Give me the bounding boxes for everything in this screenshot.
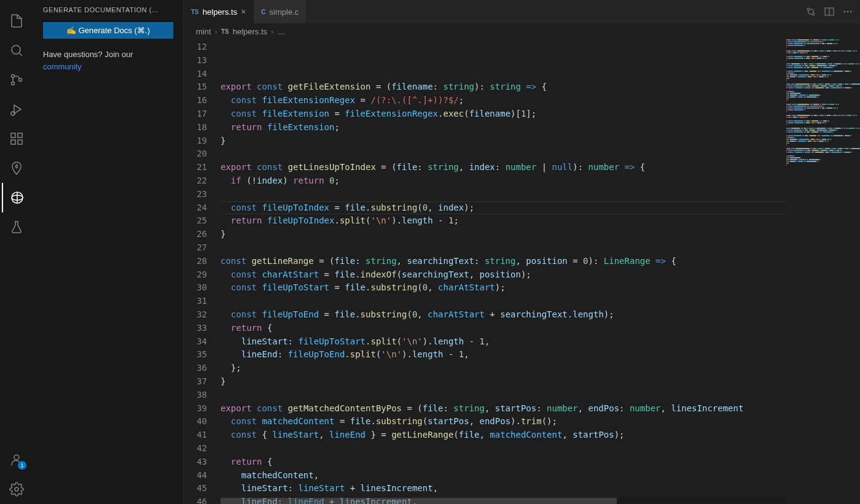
- settings-gear-icon[interactable]: [2, 475, 31, 504]
- line-number: 32: [184, 308, 207, 322]
- generate-docs-button[interactable]: ✍️ Generate Docs (⌘.): [43, 22, 173, 39]
- code-line[interactable]: [221, 147, 786, 161]
- svg-point-2: [12, 82, 15, 85]
- more-actions-icon[interactable]: [843, 7, 853, 17]
- editor-body[interactable]: 1213141516171819202122232425262728293031…: [184, 39, 860, 504]
- env-icon[interactable]: [2, 153, 31, 183]
- svg-point-18: [847, 11, 848, 12]
- code-line[interactable]: const matchedContent = file.substring(st…: [221, 415, 786, 428]
- line-number: 36: [184, 362, 207, 375]
- close-icon[interactable]: ×: [241, 7, 246, 17]
- code-line[interactable]: matchedContent,: [221, 469, 786, 483]
- code-line[interactable]: return {: [221, 456, 786, 469]
- line-number: 13: [184, 54, 207, 68]
- code-line[interactable]: [221, 188, 786, 201]
- breadcrumb-lang: TS: [221, 28, 229, 35]
- line-number: 18: [184, 121, 207, 134]
- line-number: 15: [184, 80, 207, 94]
- breadcrumbs[interactable]: mint › TS helpers.ts › …: [184, 23, 860, 39]
- code-line[interactable]: const fileUpToStart = file.substring(0, …: [221, 281, 786, 295]
- line-number: 43: [184, 456, 207, 469]
- line-number: 39: [184, 402, 207, 416]
- source-control-icon[interactable]: [2, 65, 31, 95]
- run-debug-icon[interactable]: [2, 95, 31, 124]
- extensions-icon[interactable]: [2, 124, 31, 153]
- code-line[interactable]: const { lineStart, lineEnd } = getLineRa…: [221, 428, 786, 442]
- code-line[interactable]: [221, 295, 786, 308]
- line-number: 27: [184, 241, 207, 255]
- tab-label: simple.c: [270, 7, 299, 17]
- code-line[interactable]: };: [221, 362, 786, 375]
- code-line[interactable]: const charAtStart = file.indexOf(searchi…: [221, 268, 786, 282]
- line-number: 44: [184, 469, 207, 483]
- code-line[interactable]: lineEnd: fileUpToEnd.split('\n').length …: [221, 348, 786, 362]
- search-icon[interactable]: [2, 36, 31, 65]
- sidebar: GENERATE DOCUMENTATION (… ✍️ Generate Do…: [33, 0, 184, 504]
- tab-actions: [806, 0, 860, 23]
- code-line[interactable]: export const getMatchedContentByPos = (f…: [221, 402, 786, 416]
- line-number: 21: [184, 161, 207, 174]
- code-content[interactable]: export const getFileExtension = (filenam…: [221, 39, 786, 504]
- line-number: 28: [184, 255, 207, 268]
- line-gutter: 1213141516171819202122232425262728293031…: [184, 39, 221, 504]
- lang-badge: TS: [191, 9, 199, 15]
- code-line[interactable]: [221, 241, 786, 255]
- code-line[interactable]: return {: [221, 322, 786, 335]
- code-line[interactable]: }: [221, 134, 786, 148]
- svg-point-13: [807, 8, 810, 10]
- code-line[interactable]: return fileUpToIndex.split('\n').length …: [221, 214, 786, 228]
- line-number: 23: [184, 188, 207, 201]
- editor-area: TShelpers.ts×Csimple.c mint › TS helpers…: [184, 0, 860, 504]
- code-line[interactable]: export const getLinesUpToIndex = (file: …: [221, 161, 786, 174]
- breadcrumb-folder[interactable]: mint: [196, 27, 211, 36]
- line-number: 29: [184, 268, 207, 282]
- code-line[interactable]: const fileExtension = fileExtensionRegex…: [221, 107, 786, 121]
- lang-badge: C: [261, 9, 265, 15]
- accounts-badge: 1: [18, 461, 26, 470]
- split-editor-icon[interactable]: [824, 7, 834, 17]
- breadcrumb-file[interactable]: helpers.ts: [233, 27, 267, 36]
- line-number: 25: [184, 214, 207, 228]
- community-link[interactable]: community: [43, 62, 82, 71]
- explorer-icon[interactable]: [2, 6, 31, 36]
- code-line[interactable]: if (!index) return 0;: [221, 174, 786, 188]
- code-line[interactable]: const fileUpToIndex = file.substring(0, …: [221, 201, 786, 215]
- sidebar-help-text: Have questions? Join our community: [43, 48, 173, 72]
- line-number: 22: [184, 174, 207, 188]
- code-line[interactable]: export const getFileExtension = (filenam…: [221, 80, 786, 94]
- tabs-bar: TShelpers.ts×Csimple.c: [184, 0, 860, 23]
- code-line[interactable]: }: [221, 228, 786, 241]
- code-line[interactable]: [221, 389, 786, 402]
- code-line[interactable]: const fileExtensionRegex = /(?:\.([^.]+)…: [221, 94, 786, 107]
- code-line[interactable]: [221, 442, 786, 456]
- tab-label: helpers.ts: [203, 7, 237, 17]
- accounts-icon[interactable]: 1: [2, 445, 31, 475]
- code-line[interactable]: return fileExtension;: [221, 121, 786, 134]
- svg-rect-8: [18, 133, 22, 138]
- svg-point-1: [12, 75, 15, 78]
- svg-point-19: [850, 11, 851, 12]
- line-number: 42: [184, 442, 207, 456]
- code-line[interactable]: }: [221, 375, 786, 389]
- line-number: 33: [184, 322, 207, 335]
- svg-rect-6: [11, 140, 15, 144]
- svg-point-12: [15, 487, 18, 491]
- line-number: 41: [184, 428, 207, 442]
- scrollbar-thumb[interactable]: [221, 498, 617, 504]
- line-number: 12: [184, 41, 207, 54]
- code-line[interactable]: const fileUpToEnd = file.substring(0, ch…: [221, 308, 786, 322]
- line-number: 45: [184, 482, 207, 495]
- code-line[interactable]: const getLineRange = (file: string, sear…: [221, 255, 786, 268]
- docs-ext-icon[interactable]: [2, 183, 31, 212]
- compare-changes-icon[interactable]: [806, 7, 816, 17]
- tab-simple-c[interactable]: Csimple.c: [254, 0, 307, 23]
- code-line[interactable]: lineStart: fileUpToStart.split('\n').len…: [221, 335, 786, 349]
- horizontal-scrollbar[interactable]: [221, 498, 786, 504]
- line-number: 37: [184, 375, 207, 389]
- line-number: 20: [184, 147, 207, 161]
- minimap[interactable]: [786, 39, 860, 504]
- tab-helpers-ts[interactable]: TShelpers.ts×: [184, 0, 254, 23]
- beaker-icon[interactable]: [2, 212, 31, 242]
- breadcrumb-symbol[interactable]: …: [277, 27, 285, 36]
- code-line[interactable]: lineStart: lineStart + linesIncrement,: [221, 482, 786, 495]
